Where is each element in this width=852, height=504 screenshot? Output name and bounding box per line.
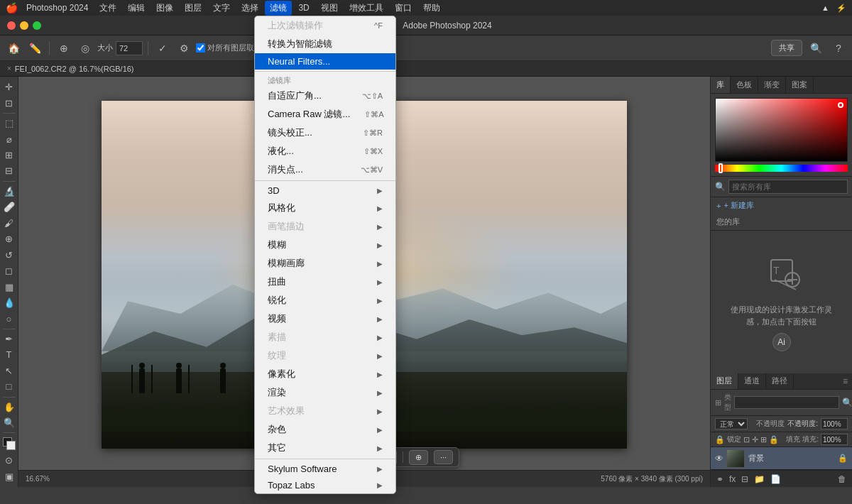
tab-layers[interactable]: 图层 [711, 373, 738, 390]
color-gradient-box[interactable] [715, 98, 848, 162]
filter-menu-item-last-filter[interactable]: 上次滤镜操作 ^F [255, 16, 395, 35]
tab-gradients[interactable]: 渐变 [758, 77, 786, 93]
filter-menu-item-render[interactable]: 渲染 ▶ [255, 383, 395, 402]
menu-item-3d[interactable]: 3D [293, 1, 314, 14]
filter-menu-item-smart[interactable]: 转换为智能滤镜 [255, 35, 395, 53]
filter-menu-item-distort[interactable]: 扭曲 ▶ [255, 273, 395, 291]
layer-fx-button[interactable]: fx [728, 473, 737, 486]
tab-library[interactable]: 库 [711, 77, 731, 93]
tool-mode-icon[interactable]: ✏️ [26, 39, 44, 57]
layer-row-background[interactable]: 👁 背景 🔒 [711, 447, 852, 470]
share-button[interactable]: 共享 [771, 40, 802, 56]
settings-icon[interactable]: ⚙ [175, 39, 193, 57]
apple-logo-icon[interactable]: 🍎 [6, 2, 17, 13]
screen-mode-tool[interactable]: ▣ [1, 469, 17, 483]
menu-item-photoshop[interactable]: Photoshop 2024 [21, 1, 93, 14]
lasso-tool[interactable]: ⌀ [1, 131, 17, 146]
zoom-tool[interactable]: 🔍 [1, 415, 17, 430]
align-checkbox-input[interactable] [196, 43, 205, 53]
lock-artboard-icon[interactable]: ⊞ [760, 435, 767, 444]
marquee-tool[interactable]: ⬚ [1, 116, 17, 131]
fullscreen-button[interactable] [33, 21, 41, 30]
filter-menu-item-lens[interactable]: 镜头校正... ⇧⌘R [255, 124, 395, 142]
filter-menu-item-noise[interactable]: 杂色 ▶ [255, 420, 395, 439]
library-search-input[interactable] [728, 180, 848, 194]
filter-menu-item-adaptive[interactable]: 自适应广角... ⌥⇧A [255, 87, 395, 105]
filter-menu-item-brushstrokes[interactable]: 画笔描边 ▶ [255, 217, 395, 236]
check-icon[interactable]: ✓ [153, 39, 172, 57]
menu-item-image[interactable]: 图像 [151, 1, 178, 16]
path-select-tool[interactable]: ↖ [1, 363, 17, 378]
gradient-tool[interactable]: ▦ [1, 279, 17, 294]
filter-menu-item-stylize[interactable]: 风格化 ▶ [255, 199, 395, 217]
hue-bar[interactable] [715, 165, 848, 172]
filter-menu-item-blur[interactable]: 模糊 ▶ [255, 236, 395, 254]
pen-tool[interactable]: ✒ [1, 332, 17, 346]
color-swatch[interactable] [3, 437, 16, 450]
new-layer-group-button[interactable]: 📁 [753, 473, 766, 486]
doc-close-button[interactable]: × [7, 65, 11, 72]
layers-panel-more[interactable]: ≡ [839, 373, 852, 390]
blend-mode-select[interactable]: 正常 [715, 418, 748, 429]
object-select-tool[interactable]: ⊞ [1, 148, 17, 163]
brush-tool[interactable]: 🖌 [1, 216, 17, 231]
fill-input[interactable] [821, 434, 848, 445]
clone-tool[interactable]: ⊕ [1, 231, 17, 246]
home-button[interactable]: 🏠 [4, 39, 23, 57]
filter-menu-item-sharpen[interactable]: 锐化 ▶ [255, 291, 395, 309]
new-library-button[interactable]: + + 新建库 [711, 197, 852, 214]
artboard-tool[interactable]: ⊡ [1, 95, 17, 110]
library-logo-button[interactable]: Ai [772, 333, 791, 351]
hand-tool[interactable]: ✋ [1, 399, 17, 414]
close-button[interactable] [7, 21, 16, 30]
tab-swatches[interactable]: 色板 [731, 77, 758, 93]
filter-menu-item-pixelate[interactable]: 像素化 ▶ [255, 365, 395, 383]
history-brush-tool[interactable]: ↺ [1, 247, 17, 262]
move-tool[interactable]: ✛ [1, 80, 17, 94]
filter-menu-item-blur-gallery[interactable]: 模糊画廊 ▶ [255, 254, 395, 273]
filter-menu-item-artistic[interactable]: 艺术效果 ▶ [255, 402, 395, 420]
menu-item-plugins[interactable]: 增效工具 [344, 1, 388, 16]
filter-menu-item-3d[interactable]: 3D ▶ [255, 182, 395, 199]
healing-tool[interactable]: 🩹 [1, 199, 17, 214]
menu-item-help[interactable]: 帮助 [418, 1, 445, 16]
filter-menu-item-other[interactable]: 其它 ▶ [255, 439, 395, 457]
layer-visibility-toggle[interactable]: 👁 [715, 454, 723, 464]
help-button[interactable]: ? [829, 39, 848, 57]
menu-item-layer[interactable]: 图层 [180, 1, 207, 16]
background-color[interactable] [6, 441, 16, 450]
filter-menu-item-texture[interactable]: 纹理 ▶ [255, 346, 395, 365]
lock-pixels-icon[interactable]: ⊡ [743, 435, 750, 444]
filter-menu-item-vanishing[interactable]: 消失点... ⌥⌘V [255, 160, 395, 179]
lock-move-icon[interactable]: ✛ [752, 435, 758, 444]
tab-patterns[interactable]: 图案 [786, 77, 814, 93]
filter-menu-item-liquify[interactable]: 液化... ⇧⌘X [255, 142, 395, 160]
dodge-tool[interactable]: ○ [1, 311, 17, 326]
search-button[interactable]: 🔍 [807, 39, 825, 57]
load-icon[interactable]: ◎ [76, 39, 94, 57]
size-input[interactable] [116, 41, 143, 55]
lock-all-icon[interactable]: 🔒 [769, 435, 779, 444]
layer-link-button[interactable]: ⚭ [715, 473, 725, 486]
filter-menu-item-cameraraw[interactable]: Camera Raw 滤镜... ⇧⌘A [255, 105, 395, 124]
menu-item-select[interactable]: 选择 [236, 1, 263, 16]
align-all-layers-checkbox[interactable]: 对所有图层取样 [196, 43, 262, 53]
menu-item-filter[interactable]: 滤镜 [265, 1, 292, 16]
eraser-tool[interactable]: ◻ [1, 263, 17, 278]
delete-layer-button[interactable]: 🗑 [836, 473, 848, 486]
new-doc-icon[interactable]: ⊕ [55, 39, 73, 57]
menu-item-file[interactable]: 文件 [94, 1, 121, 16]
tab-paths[interactable]: 路径 [766, 373, 794, 390]
menu-item-window[interactable]: 窗口 [390, 1, 417, 16]
filter-menu-item-skylum[interactable]: Skylum Software ▶ [255, 461, 395, 477]
filter-menu-item-video[interactable]: 视频 ▶ [255, 309, 395, 328]
shape-tool[interactable]: □ [1, 379, 17, 394]
new-layer-button[interactable]: 📄 [769, 473, 782, 486]
blur-tool[interactable]: 💧 [1, 295, 17, 310]
filter-menu-item-topaz[interactable]: Topaz Labs ▶ [255, 477, 395, 493]
minimize-button[interactable] [20, 21, 28, 30]
filter-menu-item-sketch[interactable]: 素描 ▶ [255, 328, 395, 346]
menu-item-view[interactable]: 视图 [316, 1, 343, 16]
menu-item-edit[interactable]: 编辑 [123, 1, 150, 16]
crop-tool[interactable]: ⊟ [1, 163, 17, 178]
